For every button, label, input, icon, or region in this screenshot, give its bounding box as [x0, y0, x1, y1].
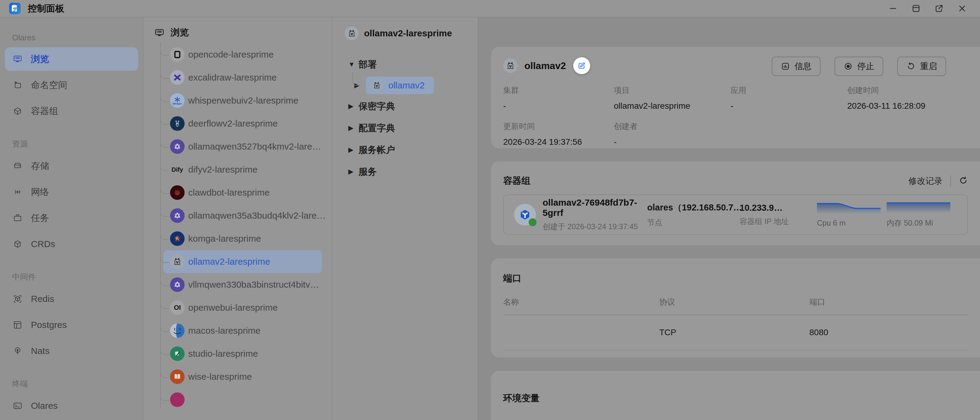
list-item-excalidraw[interactable]: excalidraw-laresprime: [163, 66, 322, 89]
restart-arrow-icon: [906, 62, 915, 71]
chevron-right-icon[interactable]: ▶: [348, 124, 359, 132]
pod-ip-value: 10.233.9…: [740, 203, 817, 213]
chevron-right-icon[interactable]: ▶: [348, 102, 359, 110]
titlebar: 控制面板: [0, 0, 980, 17]
tree-item-ollamav2[interactable]: ▶ ollamav2: [342, 75, 478, 95]
column-header-protocol: 协议: [659, 297, 809, 307]
pod-row[interactable]: ollamav2-76948fd7b7-5grrf 创建于 2026-03-24…: [503, 194, 968, 235]
sidebar-item-label: Postgres: [31, 320, 67, 330]
sidebar-item-crds[interactable]: CRDs: [5, 232, 138, 256]
whisper-icon: Whisper: [170, 93, 185, 108]
crd-package-icon: [13, 239, 22, 249]
postgres-table-icon: [13, 320, 22, 330]
stop-button[interactable]: 停止: [835, 57, 883, 76]
window-title: 控制面板: [28, 2, 64, 15]
chevron-right-icon[interactable]: ▶: [348, 146, 359, 154]
list-item-whisperwebui[interactable]: Whisper whisperwebuiv2-laresprime: [163, 89, 322, 112]
column-header-port: 端口: [809, 297, 968, 307]
sidebar-item-nats[interactable]: Nats: [5, 339, 138, 363]
qwen-icon: [170, 208, 185, 223]
excalidraw-icon: [170, 70, 185, 85]
opencode-icon: [170, 47, 185, 62]
list-item-studio[interactable]: studio-laresprime: [163, 342, 322, 365]
sidebar-item-namespace[interactable]: 命名空间: [5, 73, 138, 97]
tree-group-deploy[interactable]: ▼ 部署: [342, 54, 478, 75]
sidebar-item-storage[interactable]: 存储: [5, 154, 138, 178]
pod-created: 创建于 2026-03-24 19:37:45: [542, 222, 647, 231]
nats-antenna-icon: [13, 346, 22, 356]
list-item-macos[interactable]: macos-laresprime: [163, 319, 322, 342]
column-header-name: 名称: [503, 297, 659, 307]
list-item-vllmqwen[interactable]: vllmqwen330ba3binstruct4bitv…: [163, 273, 322, 296]
sidebar-item-label: 存储: [31, 160, 49, 172]
sidebar-item-redis[interactable]: Redis: [5, 287, 138, 311]
pod-ip-label: 容器组 IP 地址: [740, 217, 817, 227]
list-item-dify[interactable]: Dify difyv2-laresprime: [163, 158, 322, 181]
maximize-icon[interactable]: [912, 4, 921, 13]
field-app: 应用 -: [730, 85, 847, 111]
sidebar-item-label: 网络: [31, 186, 49, 198]
sidebar-item-label: CRDs: [31, 239, 55, 249]
ollama-llama-icon: [170, 254, 185, 269]
storage-drive-icon: [13, 161, 22, 171]
cpu-label: Cpu 6 m: [817, 219, 887, 227]
env-card-title: 环境变量: [503, 393, 539, 403]
browse-panel-title: 浏览: [171, 26, 189, 39]
pods-cube-icon: [13, 106, 22, 116]
list-item-ollamaqwen1[interactable]: ollamaqwen3527bq4kmv2-lare…: [163, 135, 322, 158]
field-created: 创建时间 2026-03-11 16:28:09: [847, 85, 947, 111]
redis-cube-icon: [13, 294, 22, 304]
status-badge: [529, 218, 536, 226]
sidebar-item-pods[interactable]: 容器组: [5, 99, 138, 123]
list-item-deerflow[interactable]: deerflowv2-laresprime: [163, 112, 322, 135]
close-icon[interactable]: [958, 4, 967, 13]
info-panel-icon: [781, 62, 790, 71]
sidebar-item-network[interactable]: 网络: [5, 180, 138, 204]
memory-sparkline: 内存 50.09 Mi: [887, 201, 956, 228]
wise-book-icon: [170, 369, 185, 384]
list-item-openwebui[interactable]: OI openwebui-laresprime: [163, 296, 322, 319]
jobs-briefcase-icon: [13, 213, 22, 223]
page-title: ollamav2: [524, 60, 566, 71]
list-item-ollamav2[interactable]: ollamav2-laresprime: [163, 250, 322, 273]
stop-circle-icon: [843, 62, 853, 71]
edit-pencil-icon: [577, 61, 586, 70]
field-updated: 更新时间 2026-03-24 19:37:56: [503, 121, 614, 147]
edit-button[interactable]: [573, 57, 590, 74]
resource-tree-title: ollamav2-laresprime: [364, 28, 452, 38]
tree-group-serviceaccounts[interactable]: ▶ 服务帐户: [342, 139, 478, 161]
tree-group-secrets[interactable]: ▶ 保密字典: [342, 95, 478, 117]
list-item-partial[interactable]: [163, 388, 322, 411]
list-item-clawdbot[interactable]: clawdbot-laresprime: [163, 181, 322, 204]
info-button[interactable]: 信息: [772, 57, 821, 76]
detail-pane: ollamav2 信息 停止 重: [478, 17, 980, 420]
list-item-komga[interactable]: ★K komga-laresprime: [163, 227, 322, 250]
control-panel-window: 控制面板 Olares 浏览 命名空间 容器组 资源: [0, 0, 980, 420]
restart-button[interactable]: 重启: [897, 57, 946, 76]
chevron-right-icon[interactable]: ▶: [348, 168, 359, 176]
open-in-new-icon[interactable]: [934, 4, 943, 13]
refresh-icon[interactable]: [959, 176, 968, 186]
sidebar-section-middleware: 中间件: [12, 272, 138, 282]
sidebar-item-browse[interactable]: 浏览: [5, 47, 138, 71]
browse-panel: 浏览 opencode-laresprime excalidraw-laresp…: [143, 17, 332, 420]
list-item-ollamaqwen2[interactable]: ollamaqwen35a3budq4klv2-lare…: [163, 204, 322, 227]
sidebar-item-olares-terminal[interactable]: Olares: [5, 394, 138, 418]
sidebar-item-postgres[interactable]: Postgres: [5, 313, 138, 337]
revision-records-link[interactable]: 修改记录: [908, 175, 942, 187]
list-item-wise[interactable]: wise-laresprime: [163, 365, 322, 388]
tree-group-configmaps[interactable]: ▶ 配置字典: [342, 117, 478, 139]
tree-group-services[interactable]: ▶ 服务: [342, 161, 478, 182]
minimize-icon[interactable]: [888, 4, 897, 13]
list-item-opencode[interactable]: opencode-laresprime: [163, 43, 322, 66]
divider: [950, 175, 951, 187]
sidebar-item-label: 容器组: [31, 105, 58, 117]
sidebar-item-jobs[interactable]: 任务: [5, 206, 138, 230]
clawdbot-icon: [170, 185, 185, 200]
ports-table-header: 名称 协议 端口: [503, 297, 968, 315]
resource-tree-panel: ollamav2-laresprime ▼ 部署 ▶ ollamav2 ▶ 保密…: [332, 17, 478, 420]
chevron-down-icon[interactable]: ▼: [348, 60, 359, 68]
sidebar-section-resources: 资源: [12, 139, 138, 149]
ollama-llama-icon: [503, 59, 518, 73]
chevron-right-icon[interactable]: ▶: [354, 81, 362, 89]
